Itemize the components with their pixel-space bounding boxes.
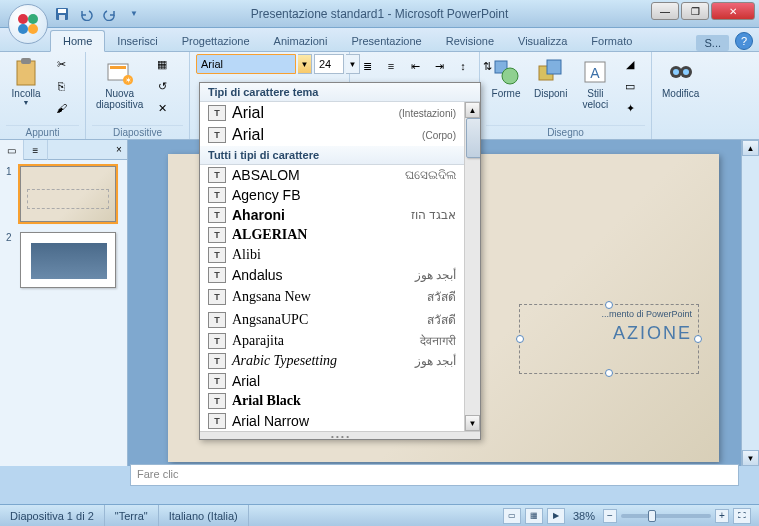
undo-button[interactable]	[76, 4, 96, 24]
svg-point-14	[502, 68, 518, 84]
delete-slide-button[interactable]: ✕	[151, 98, 173, 118]
panel-close-button[interactable]: ×	[111, 140, 127, 159]
font-family-dropdown-button[interactable]: ▼	[298, 54, 312, 74]
contextual-tab-indicator[interactable]: S...	[696, 35, 729, 51]
font-dropdown-resize-grip[interactable]: • • • •	[200, 431, 480, 439]
resize-handle-n[interactable]	[605, 301, 613, 309]
scrollbar-up-arrow[interactable]: ▲	[465, 102, 480, 118]
slide-thumbnails: 1 2	[0, 160, 127, 466]
paste-button[interactable]: Incolla ▼	[6, 54, 46, 108]
font-item[interactable]: TArial Black	[200, 391, 464, 411]
indent-decrease-button[interactable]: ⇤	[404, 56, 426, 76]
window-controls: — ❐ ✕	[651, 2, 755, 20]
minimize-button[interactable]: —	[651, 2, 679, 20]
resize-handle-w[interactable]	[516, 335, 524, 343]
statusbar: Diapositiva 1 di 2 "Terra" Italiano (Ita…	[0, 504, 759, 526]
find-button[interactable]: Modifica	[658, 54, 703, 101]
redo-button[interactable]	[100, 4, 120, 24]
font-item[interactable]: TArial	[200, 371, 464, 391]
numbering-button[interactable]: ≡	[380, 56, 402, 76]
font-item-theme[interactable]: TArial(Corpo)	[200, 124, 464, 146]
fit-to-window-button[interactable]: ⛶	[733, 508, 751, 524]
bullets-button[interactable]: ≣	[356, 56, 378, 76]
font-item[interactable]: TAngsanaUPCสวัสดี	[200, 308, 464, 331]
slide-thumbnail-2[interactable]	[20, 232, 116, 288]
view-normal-button[interactable]: ▭	[503, 508, 521, 524]
tab-progettazione[interactable]: Progettazione	[170, 31, 262, 51]
status-theme[interactable]: "Terra"	[105, 505, 159, 526]
truetype-icon: T	[208, 289, 226, 305]
scroll-down-button[interactable]: ▼	[742, 450, 759, 466]
quick-styles-button[interactable]: A Stili veloci	[575, 54, 615, 112]
font-item-theme[interactable]: TArial(Intestazioni)	[200, 102, 464, 124]
tab-formato[interactable]: Formato	[579, 31, 644, 51]
shapes-label: Forme	[492, 88, 521, 99]
font-item[interactable]: TAndalusأبجد هوز	[200, 265, 464, 285]
font-dropdown-header-all: Tutti i tipi di carattere	[200, 146, 480, 165]
font-item[interactable]: TAlibi	[200, 245, 464, 265]
font-item[interactable]: TAharoniאבגד הוז	[200, 205, 464, 225]
close-button[interactable]: ✕	[711, 2, 755, 20]
indent-increase-button[interactable]: ⇥	[428, 56, 450, 76]
cut-button[interactable]: ✂	[50, 54, 72, 74]
zoom-in-button[interactable]: +	[715, 509, 729, 523]
scrollbar-thumb[interactable]	[466, 118, 480, 158]
shapes-button[interactable]: Forme	[486, 54, 526, 101]
help-button[interactable]: ?	[735, 32, 753, 50]
svg-point-0	[18, 14, 28, 24]
arrange-button[interactable]: Disponi	[530, 54, 571, 101]
copy-button[interactable]: ⎘	[50, 76, 72, 96]
scrollbar-down-arrow[interactable]: ▼	[465, 415, 480, 431]
shape-fill-button[interactable]: ◢	[619, 54, 641, 74]
font-item[interactable]: TALGERIAN	[200, 225, 464, 245]
tab-home[interactable]: Home	[50, 30, 105, 52]
vertical-scrollbar[interactable]: ▲ ▼	[741, 140, 759, 466]
tab-visualizza[interactable]: Visualizza	[506, 31, 579, 51]
truetype-icon: T	[208, 167, 226, 183]
truetype-icon: T	[208, 393, 226, 409]
font-item[interactable]: TABSALOMଘସେଇଦିଲ	[200, 165, 464, 185]
zoom-slider[interactable]	[621, 514, 711, 518]
tab-presentazione[interactable]: Presentazione	[339, 31, 433, 51]
new-slide-button[interactable]: ✶ Nuova diapositiva	[92, 54, 147, 112]
tab-animazioni[interactable]: Animazioni	[262, 31, 340, 51]
zoom-out-button[interactable]: −	[603, 509, 617, 523]
font-item[interactable]: TArabic Typesettingأبجد هوز	[200, 351, 464, 371]
resize-handle-e[interactable]	[694, 335, 702, 343]
text-placeholder[interactable]: ...mento di PowerPoint AZIONE	[519, 304, 699, 374]
slide-thumbnail-1[interactable]	[20, 166, 116, 222]
line-spacing-button[interactable]: ↕	[452, 56, 474, 76]
font-dropdown-scrollbar[interactable]: ▲ ▼	[464, 102, 480, 431]
reset-button[interactable]: ↺	[151, 76, 173, 96]
shape-effects-button[interactable]: ✦	[619, 98, 641, 118]
tab-inserisci[interactable]: Inserisci	[105, 31, 169, 51]
tab-revisione[interactable]: Revisione	[434, 31, 506, 51]
view-sorter-button[interactable]: ▦	[525, 508, 543, 524]
status-language[interactable]: Italiano (Italia)	[159, 505, 249, 526]
qat-customize-button[interactable]: ▼	[124, 4, 144, 24]
font-item[interactable]: TAngsana Newสวัสดี	[200, 285, 464, 308]
scroll-up-button[interactable]: ▲	[742, 140, 759, 156]
font-item[interactable]: TAgency FB	[200, 185, 464, 205]
font-item[interactable]: TArial Narrow	[200, 411, 464, 431]
view-slideshow-button[interactable]: ▶	[547, 508, 565, 524]
office-button[interactable]	[8, 4, 48, 44]
font-family-input[interactable]	[196, 54, 296, 74]
outline-tab[interactable]: ≡	[24, 140, 48, 160]
font-size-input[interactable]	[314, 54, 344, 74]
notes-pane[interactable]: Fare clic	[130, 464, 739, 486]
zoom-level[interactable]: 38%	[573, 510, 595, 522]
svg-point-3	[28, 24, 38, 34]
resize-handle-s[interactable]	[605, 369, 613, 377]
maximize-button[interactable]: ❐	[681, 2, 709, 20]
save-button[interactable]	[52, 4, 72, 24]
format-painter-button[interactable]: 🖌	[50, 98, 72, 118]
slides-tab[interactable]: ▭	[0, 140, 24, 160]
font-item[interactable]: TAparajitaदेवनागरी	[200, 331, 464, 351]
layout-button[interactable]: ▦	[151, 54, 173, 74]
svg-rect-10	[110, 66, 126, 69]
zoom-slider-thumb[interactable]	[648, 510, 656, 522]
ribbon-tabs: Home Inserisci Progettazione Animazioni …	[0, 28, 759, 52]
status-slide-count[interactable]: Diapositiva 1 di 2	[0, 505, 105, 526]
shape-outline-button[interactable]: ▭	[619, 76, 641, 96]
